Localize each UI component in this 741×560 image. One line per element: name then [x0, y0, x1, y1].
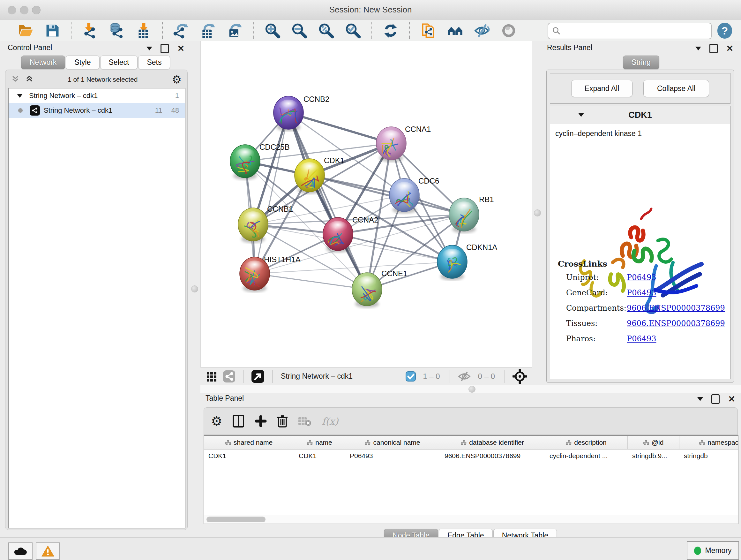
- panel-menu-icon[interactable]: [697, 397, 703, 401]
- cloud-button[interactable]: [8, 543, 32, 560]
- column-header-@id[interactable]: @id: [628, 436, 679, 449]
- network-node-RB1[interactable]: [449, 198, 479, 231]
- hidden-eye-icon[interactable]: [458, 371, 471, 382]
- column-header-database-identifier[interactable]: database identifier: [440, 436, 545, 449]
- help-button[interactable]: ?: [718, 23, 732, 39]
- cell-database-identifier[interactable]: 9606.ENSP00000378699: [440, 452, 545, 460]
- share-document-icon[interactable]: [419, 22, 437, 40]
- network-node-CCNA2[interactable]: [323, 217, 353, 251]
- network-node-CCNA1[interactable]: [376, 127, 406, 160]
- zoom-out-icon[interactable]: [290, 22, 308, 40]
- fx-icon[interactable]: f(x): [322, 416, 338, 427]
- cell-canonical-name[interactable]: P06493: [345, 452, 440, 460]
- export-network-icon[interactable]: [172, 22, 190, 40]
- left-splitter[interactable]: [189, 41, 200, 541]
- expand-all-button[interactable]: Expand All: [571, 80, 632, 97]
- splitter-handle-icon[interactable]: [534, 209, 541, 216]
- crosslink-link[interactable]: P06493: [627, 334, 657, 343]
- horizontal-splitter[interactable]: [200, 385, 741, 393]
- entry-collapse-icon[interactable]: [578, 113, 584, 117]
- selected-checkbox-icon[interactable]: [406, 371, 416, 381]
- search-input[interactable]: [561, 26, 711, 36]
- column-header-canonical-name[interactable]: canonical name: [345, 436, 440, 449]
- table-gear-icon[interactable]: ⚙: [211, 414, 222, 428]
- show-all-icon[interactable]: [500, 22, 518, 40]
- zoom-selected-icon[interactable]: [344, 22, 362, 40]
- delete-column-icon[interactable]: [298, 415, 313, 428]
- import-table-icon[interactable]: [135, 22, 152, 40]
- scrollbar-thumb[interactable]: [206, 516, 266, 522]
- zoom-fit-icon[interactable]: [317, 22, 335, 40]
- network-row[interactable]: String Network – cdk1 11 48: [9, 103, 185, 118]
- network-node-CDC25B[interactable]: [230, 145, 260, 178]
- crosslink-link[interactable]: P06493: [627, 273, 657, 282]
- columns-icon[interactable]: [232, 414, 245, 428]
- network-node-CDK1[interactable]: [294, 159, 325, 192]
- collapse-all-button[interactable]: Collapse All: [643, 80, 709, 97]
- collapse-all-icon[interactable]: [25, 75, 33, 84]
- memory-button[interactable]: Memory: [687, 541, 739, 560]
- panel-close-icon[interactable]: ✕: [726, 44, 733, 54]
- open-session-icon[interactable]: [17, 22, 35, 40]
- cell-shared-name[interactable]: CDK1: [204, 452, 294, 460]
- panel-close-icon[interactable]: ✕: [177, 44, 185, 54]
- network-view-icon[interactable]: [223, 370, 235, 383]
- warning-button[interactable]: [36, 543, 60, 560]
- zoom-in-icon[interactable]: [264, 22, 281, 40]
- export-table-icon[interactable]: [199, 22, 217, 40]
- network-graph[interactable]: CCNB2CCNA1CDC25BCDK1CDC6RB1CCNB1CCNA2CDK…: [201, 41, 533, 368]
- hide-selected-icon[interactable]: [473, 22, 491, 40]
- tab-sets[interactable]: Sets: [138, 56, 170, 69]
- tab-string[interactable]: String: [623, 56, 659, 69]
- network-node-CDKN1A[interactable]: [437, 245, 467, 278]
- tab-select[interactable]: Select: [100, 56, 138, 69]
- network-canvas[interactable]: CCNB2CCNA1CDC25BCDK1CDC6RB1CCNB1CCNA2CDK…: [200, 41, 532, 367]
- cell-namespace[interactable]: stringdb: [679, 452, 738, 460]
- panel-float-icon[interactable]: [710, 44, 718, 53]
- panel-float-icon[interactable]: [160, 44, 169, 53]
- network-collection-row[interactable]: String Network – cdk1 1: [9, 88, 185, 103]
- collection-expand-icon[interactable]: [17, 94, 23, 98]
- cell-description[interactable]: cyclin-dependent ...: [545, 452, 628, 460]
- trash-icon[interactable]: [277, 414, 288, 428]
- table-horizontal-scrollbar[interactable]: [204, 515, 738, 524]
- import-network-icon[interactable]: [81, 22, 99, 40]
- crosslink-link[interactable]: 9606.ENSP00000378699: [627, 304, 725, 313]
- tab-style[interactable]: Style: [66, 56, 99, 69]
- grid-view-icon[interactable]: [206, 371, 218, 382]
- birdseye-view-icon[interactable]: [513, 369, 527, 384]
- cell-@id[interactable]: stringdb:9...: [628, 452, 679, 460]
- network-node-CCNB2[interactable]: [273, 96, 304, 129]
- column-header-name[interactable]: name: [294, 436, 345, 449]
- panel-float-icon[interactable]: [711, 394, 720, 404]
- crosslink-link[interactable]: P06493: [627, 288, 657, 297]
- entry-header[interactable]: CDK1: [550, 106, 730, 124]
- column-header-description[interactable]: description: [545, 436, 628, 449]
- crosslink-link[interactable]: 9606.ENSP00000378699: [627, 319, 725, 328]
- cell-name[interactable]: CDK1: [294, 452, 345, 460]
- search-box[interactable]: [548, 23, 712, 39]
- expand-all-icon[interactable]: [11, 75, 19, 84]
- network-node-CCNE1[interactable]: [352, 273, 382, 306]
- panel-menu-icon[interactable]: [146, 47, 152, 51]
- panel-close-icon[interactable]: ✕: [728, 394, 735, 404]
- splitter-handle-icon[interactable]: [191, 286, 198, 293]
- home-icon[interactable]: [446, 22, 464, 40]
- column-header-shared-name[interactable]: shared name: [204, 436, 294, 449]
- right-splitter[interactable]: [532, 41, 542, 385]
- add-icon[interactable]: [254, 414, 267, 428]
- save-session-icon[interactable]: [44, 22, 61, 40]
- panel-menu-icon[interactable]: [695, 47, 701, 51]
- splitter-handle-icon[interactable]: [468, 386, 475, 393]
- tab-network[interactable]: Network: [21, 56, 65, 69]
- network-options-gear-icon[interactable]: ⚙: [172, 73, 182, 86]
- export-image-icon[interactable]: [226, 22, 244, 40]
- refresh-icon[interactable]: [382, 22, 400, 40]
- open-in-window-icon[interactable]: [251, 370, 265, 383]
- column-header-namespace[interactable]: namespace: [679, 436, 738, 449]
- import-database-icon[interactable]: [108, 22, 126, 40]
- network-node-CDC6[interactable]: [389, 179, 419, 212]
- table-row[interactable]: CDK1CDK1P064939606.ENSP00000378699cyclin…: [204, 449, 738, 462]
- network-node-CCNB1[interactable]: [238, 208, 268, 241]
- crosslink-row: Compartments:9606.ENSP00000378699: [558, 304, 725, 313]
